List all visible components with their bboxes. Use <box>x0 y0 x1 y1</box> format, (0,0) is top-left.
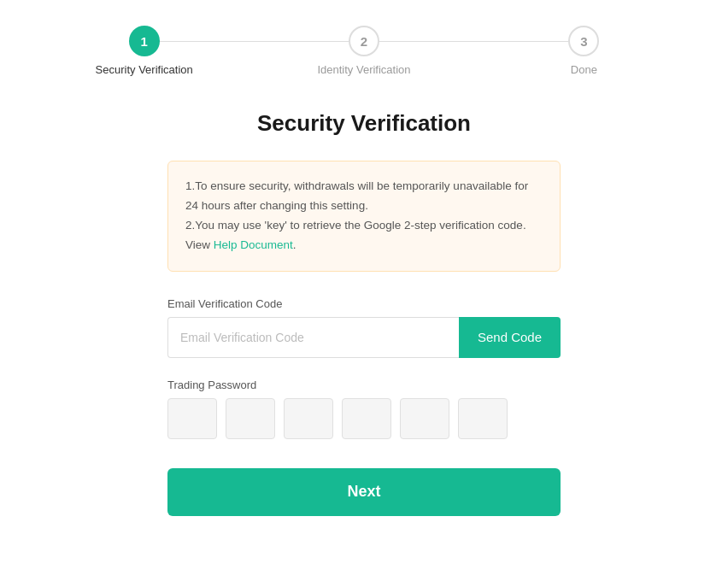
email-verification-input[interactable] <box>167 317 459 358</box>
email-verification-label: Email Verification Code <box>167 297 561 310</box>
help-document-link[interactable]: Help Document <box>214 238 293 251</box>
password-box-3[interactable] <box>284 398 333 439</box>
send-code-button[interactable]: Send Code <box>459 317 561 358</box>
page-title: Security Verification <box>257 110 471 137</box>
email-input-row: Send Code <box>167 317 561 358</box>
password-box-2[interactable] <box>226 398 275 439</box>
info-box: 1.To ensure security, withdrawals will b… <box>167 161 561 272</box>
trading-password-group: Trading Password <box>167 379 561 439</box>
step-2-label: Identity Verification <box>317 63 410 76</box>
info-line-2: 2.You may use 'key' to retrieve the Goog… <box>185 216 543 255</box>
password-box-4[interactable] <box>342 398 391 439</box>
step-3-label: Done <box>571 63 597 76</box>
info-line-1: 1.To ensure security, withdrawals will b… <box>185 177 543 216</box>
trading-password-label: Trading Password <box>167 379 561 391</box>
step-1: 1 Security Verification <box>34 26 254 76</box>
page-wrapper: 1 Security Verification 2 Identity Verif… <box>0 0 728 542</box>
next-button[interactable]: Next <box>167 468 561 516</box>
main-content: Security Verification 1.To ensure securi… <box>34 110 694 516</box>
step-3: 3 Done <box>474 26 694 76</box>
email-verification-group: Email Verification Code Send Code <box>167 297 561 358</box>
step-2: 2 Identity Verification <box>254 26 473 76</box>
step-1-circle: 1 <box>129 26 160 56</box>
stepper: 1 Security Verification 2 Identity Verif… <box>34 26 694 76</box>
password-box-6[interactable] <box>458 398 508 439</box>
password-box-5[interactable] <box>400 398 449 439</box>
form-section: Email Verification Code Send Code Tradin… <box>167 297 561 516</box>
step-3-circle: 3 <box>568 26 599 56</box>
step-2-circle: 2 <box>349 26 379 56</box>
password-boxes-row <box>167 398 561 439</box>
step-1-label: Security Verification <box>96 63 193 76</box>
password-box-1[interactable] <box>167 398 217 439</box>
